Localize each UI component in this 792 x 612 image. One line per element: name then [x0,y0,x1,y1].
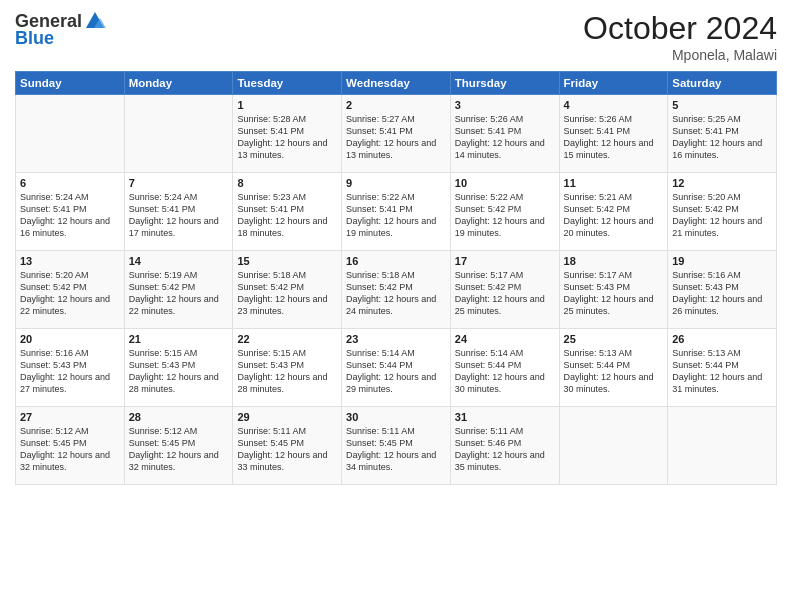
calendar-cell: 19Sunrise: 5:16 AMSunset: 5:43 PMDayligh… [668,251,777,329]
cell-info: Sunrise: 5:23 AMSunset: 5:41 PMDaylight:… [237,191,337,240]
day-number: 25 [564,333,664,345]
header: General Blue October 2024 Mponela, Malaw… [15,10,777,63]
calendar: SundayMondayTuesdayWednesdayThursdayFrid… [15,71,777,485]
weekday-header-row: SundayMondayTuesdayWednesdayThursdayFrid… [16,72,777,95]
calendar-week-2: 6Sunrise: 5:24 AMSunset: 5:41 PMDaylight… [16,173,777,251]
calendar-cell: 9Sunrise: 5:22 AMSunset: 5:41 PMDaylight… [342,173,451,251]
location: Mponela, Malawi [583,47,777,63]
day-number: 30 [346,411,446,423]
calendar-cell: 2Sunrise: 5:27 AMSunset: 5:41 PMDaylight… [342,95,451,173]
calendar-cell: 14Sunrise: 5:19 AMSunset: 5:42 PMDayligh… [124,251,233,329]
calendar-cell: 22Sunrise: 5:15 AMSunset: 5:43 PMDayligh… [233,329,342,407]
day-number: 22 [237,333,337,345]
cell-info: Sunrise: 5:19 AMSunset: 5:42 PMDaylight:… [129,269,229,318]
weekday-thursday: Thursday [450,72,559,95]
day-number: 1 [237,99,337,111]
cell-info: Sunrise: 5:13 AMSunset: 5:44 PMDaylight:… [672,347,772,396]
day-number: 28 [129,411,229,423]
calendar-cell [668,407,777,485]
calendar-cell: 24Sunrise: 5:14 AMSunset: 5:44 PMDayligh… [450,329,559,407]
calendar-cell: 27Sunrise: 5:12 AMSunset: 5:45 PMDayligh… [16,407,125,485]
day-number: 7 [129,177,229,189]
day-number: 20 [20,333,120,345]
cell-info: Sunrise: 5:22 AMSunset: 5:42 PMDaylight:… [455,191,555,240]
day-number: 27 [20,411,120,423]
calendar-cell: 6Sunrise: 5:24 AMSunset: 5:41 PMDaylight… [16,173,125,251]
calendar-cell: 11Sunrise: 5:21 AMSunset: 5:42 PMDayligh… [559,173,668,251]
cell-info: Sunrise: 5:21 AMSunset: 5:42 PMDaylight:… [564,191,664,240]
calendar-week-4: 20Sunrise: 5:16 AMSunset: 5:43 PMDayligh… [16,329,777,407]
calendar-cell: 16Sunrise: 5:18 AMSunset: 5:42 PMDayligh… [342,251,451,329]
day-number: 31 [455,411,555,423]
logo: General Blue [15,10,106,49]
cell-info: Sunrise: 5:15 AMSunset: 5:43 PMDaylight:… [129,347,229,396]
cell-info: Sunrise: 5:22 AMSunset: 5:41 PMDaylight:… [346,191,446,240]
cell-info: Sunrise: 5:17 AMSunset: 5:42 PMDaylight:… [455,269,555,318]
calendar-cell: 20Sunrise: 5:16 AMSunset: 5:43 PMDayligh… [16,329,125,407]
cell-info: Sunrise: 5:26 AMSunset: 5:41 PMDaylight:… [455,113,555,162]
calendar-week-5: 27Sunrise: 5:12 AMSunset: 5:45 PMDayligh… [16,407,777,485]
calendar-cell: 17Sunrise: 5:17 AMSunset: 5:42 PMDayligh… [450,251,559,329]
calendar-cell: 30Sunrise: 5:11 AMSunset: 5:45 PMDayligh… [342,407,451,485]
weekday-monday: Monday [124,72,233,95]
cell-info: Sunrise: 5:16 AMSunset: 5:43 PMDaylight:… [20,347,120,396]
day-number: 21 [129,333,229,345]
cell-info: Sunrise: 5:14 AMSunset: 5:44 PMDaylight:… [455,347,555,396]
day-number: 5 [672,99,772,111]
calendar-cell [124,95,233,173]
calendar-cell: 26Sunrise: 5:13 AMSunset: 5:44 PMDayligh… [668,329,777,407]
calendar-cell: 23Sunrise: 5:14 AMSunset: 5:44 PMDayligh… [342,329,451,407]
weekday-wednesday: Wednesday [342,72,451,95]
cell-info: Sunrise: 5:16 AMSunset: 5:43 PMDaylight:… [672,269,772,318]
calendar-cell: 5Sunrise: 5:25 AMSunset: 5:41 PMDaylight… [668,95,777,173]
day-number: 12 [672,177,772,189]
cell-info: Sunrise: 5:28 AMSunset: 5:41 PMDaylight:… [237,113,337,162]
calendar-week-3: 13Sunrise: 5:20 AMSunset: 5:42 PMDayligh… [16,251,777,329]
calendar-cell: 18Sunrise: 5:17 AMSunset: 5:43 PMDayligh… [559,251,668,329]
calendar-cell: 4Sunrise: 5:26 AMSunset: 5:41 PMDaylight… [559,95,668,173]
calendar-cell: 10Sunrise: 5:22 AMSunset: 5:42 PMDayligh… [450,173,559,251]
day-number: 16 [346,255,446,267]
cell-info: Sunrise: 5:20 AMSunset: 5:42 PMDaylight:… [672,191,772,240]
day-number: 15 [237,255,337,267]
page: General Blue October 2024 Mponela, Malaw… [0,0,792,612]
cell-info: Sunrise: 5:25 AMSunset: 5:41 PMDaylight:… [672,113,772,162]
weekday-friday: Friday [559,72,668,95]
day-number: 26 [672,333,772,345]
weekday-saturday: Saturday [668,72,777,95]
day-number: 24 [455,333,555,345]
calendar-cell: 25Sunrise: 5:13 AMSunset: 5:44 PMDayligh… [559,329,668,407]
calendar-cell: 3Sunrise: 5:26 AMSunset: 5:41 PMDaylight… [450,95,559,173]
calendar-cell: 8Sunrise: 5:23 AMSunset: 5:41 PMDaylight… [233,173,342,251]
day-number: 2 [346,99,446,111]
title-block: October 2024 Mponela, Malawi [583,10,777,63]
calendar-cell: 1Sunrise: 5:28 AMSunset: 5:41 PMDaylight… [233,95,342,173]
weekday-sunday: Sunday [16,72,125,95]
month-title: October 2024 [583,10,777,47]
day-number: 8 [237,177,337,189]
day-number: 23 [346,333,446,345]
day-number: 29 [237,411,337,423]
cell-info: Sunrise: 5:18 AMSunset: 5:42 PMDaylight:… [237,269,337,318]
day-number: 13 [20,255,120,267]
calendar-week-1: 1Sunrise: 5:28 AMSunset: 5:41 PMDaylight… [16,95,777,173]
calendar-cell: 29Sunrise: 5:11 AMSunset: 5:45 PMDayligh… [233,407,342,485]
cell-info: Sunrise: 5:14 AMSunset: 5:44 PMDaylight:… [346,347,446,396]
weekday-tuesday: Tuesday [233,72,342,95]
cell-info: Sunrise: 5:24 AMSunset: 5:41 PMDaylight:… [20,191,120,240]
cell-info: Sunrise: 5:11 AMSunset: 5:45 PMDaylight:… [346,425,446,474]
logo-icon [84,10,106,32]
day-number: 18 [564,255,664,267]
calendar-cell: 15Sunrise: 5:18 AMSunset: 5:42 PMDayligh… [233,251,342,329]
cell-info: Sunrise: 5:11 AMSunset: 5:45 PMDaylight:… [237,425,337,474]
logo-blue-text: Blue [15,28,54,49]
day-number: 4 [564,99,664,111]
day-number: 11 [564,177,664,189]
cell-info: Sunrise: 5:26 AMSunset: 5:41 PMDaylight:… [564,113,664,162]
day-number: 6 [20,177,120,189]
cell-info: Sunrise: 5:18 AMSunset: 5:42 PMDaylight:… [346,269,446,318]
cell-info: Sunrise: 5:11 AMSunset: 5:46 PMDaylight:… [455,425,555,474]
calendar-cell: 28Sunrise: 5:12 AMSunset: 5:45 PMDayligh… [124,407,233,485]
calendar-cell: 31Sunrise: 5:11 AMSunset: 5:46 PMDayligh… [450,407,559,485]
cell-info: Sunrise: 5:27 AMSunset: 5:41 PMDaylight:… [346,113,446,162]
